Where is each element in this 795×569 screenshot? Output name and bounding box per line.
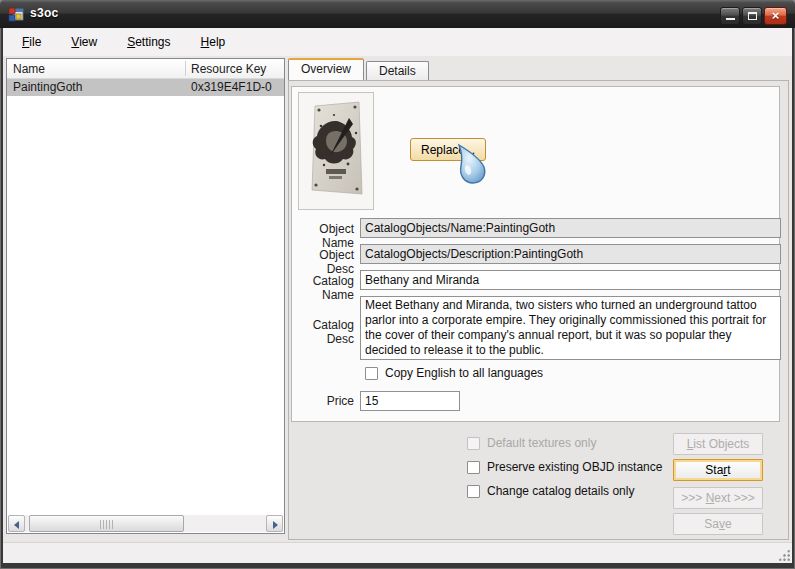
app-icon <box>8 6 24 22</box>
list-objects-button: List Objects <box>673 433 763 455</box>
maximize-button[interactable] <box>742 7 762 25</box>
save-button: Save <box>673 513 763 535</box>
minimize-button[interactable] <box>720 7 740 25</box>
price-label: Price <box>292 394 354 408</box>
menu-bar: File View Settings Help <box>3 28 792 56</box>
default-textures-checkbox-row: Default textures only <box>467 436 596 450</box>
preserve-objd-checkbox[interactable] <box>467 461 480 474</box>
next-button: >>> Next >>> <box>673 487 763 509</box>
overview-tab-page: Replace... Object Name Object Desc Catal… <box>288 80 789 540</box>
tab-overview[interactable]: Overview <box>288 58 364 80</box>
window-body: File View Settings Help Name Resource Ke… <box>3 28 792 563</box>
change-catalog-checkbox[interactable] <box>467 485 480 498</box>
catalog-detail-group: Replace... Object Name Object Desc Catal… <box>291 86 780 422</box>
default-textures-checkbox <box>467 437 480 450</box>
default-textures-label: Default textures only <box>487 436 596 450</box>
menu-view[interactable]: View <box>60 31 108 53</box>
start-button[interactable]: Start <box>673 459 763 481</box>
preserve-objd-label: Preserve existing OBJD instance <box>487 460 662 474</box>
column-divider[interactable] <box>185 61 186 76</box>
thumb-grip-icon <box>100 520 114 529</box>
title-bar[interactable]: s3oc × <box>0 0 795 28</box>
arrow-right-icon <box>273 521 278 529</box>
maximize-icon <box>748 12 757 20</box>
menu-file[interactable]: File <box>11 31 52 53</box>
minimize-icon <box>726 18 735 20</box>
list-header: Name Resource Key <box>7 59 284 79</box>
tab-strip: Overview Details <box>288 58 429 80</box>
column-header-resource-key[interactable]: Resource Key <box>191 62 266 76</box>
object-name-field[interactable] <box>360 218 781 238</box>
menu-settings[interactable]: Settings <box>116 31 181 53</box>
close-button[interactable]: × <box>764 7 787 25</box>
scroll-right-button[interactable] <box>266 515 283 532</box>
status-bar <box>3 542 792 563</box>
object-list-panel: Name Resource Key PaintingGoth 0x319E4F1… <box>6 58 285 534</box>
preserve-objd-checkbox-row[interactable]: Preserve existing OBJD instance <box>467 460 662 474</box>
horizontal-scrollbar[interactable] <box>8 515 283 532</box>
close-icon: × <box>772 8 780 23</box>
row-resource-key-cell: 0x319E4F1D-0 <box>191 80 272 94</box>
painting-thumbnail-image <box>299 93 373 209</box>
copy-english-checkbox[interactable] <box>365 367 378 380</box>
tab-details[interactable]: Details <box>366 61 429 80</box>
object-desc-label: Object Desc <box>292 248 354 276</box>
catalog-name-label: Catalog Name <box>292 274 354 302</box>
scroll-left-button[interactable] <box>8 515 25 532</box>
droplet-cursor-icon <box>452 143 494 185</box>
price-field[interactable] <box>360 391 460 411</box>
change-catalog-checkbox-row[interactable]: Change catalog details only <box>467 484 634 498</box>
object-desc-field[interactable] <box>360 244 781 264</box>
column-header-name[interactable]: Name <box>13 62 45 76</box>
scrollbar-thumb[interactable] <box>29 515 184 532</box>
size-grip-icon[interactable] <box>777 548 790 561</box>
catalog-desc-label: Catalog Desc <box>292 318 354 346</box>
list-row-paintinggoth[interactable]: PaintingGoth 0x319E4F1D-0 <box>7 79 284 96</box>
copy-english-checkbox-row[interactable]: Copy English to all languages <box>365 366 543 380</box>
catalog-name-field[interactable] <box>360 270 781 290</box>
copy-english-label: Copy English to all languages <box>385 366 543 380</box>
object-thumbnail <box>298 92 374 210</box>
object-name-label: Object Name <box>292 222 354 250</box>
catalog-desc-field[interactable]: Meet Bethany and Miranda, two sisters wh… <box>360 296 781 360</box>
menu-help[interactable]: Help <box>190 31 237 53</box>
change-catalog-label: Change catalog details only <box>487 484 634 498</box>
app-window: s3oc × File View Settings Help Name Reso… <box>0 0 795 569</box>
row-name-cell: PaintingGoth <box>13 80 82 94</box>
arrow-left-icon <box>14 521 19 529</box>
window-title: s3oc <box>30 6 59 20</box>
window-controls: × <box>720 7 787 25</box>
